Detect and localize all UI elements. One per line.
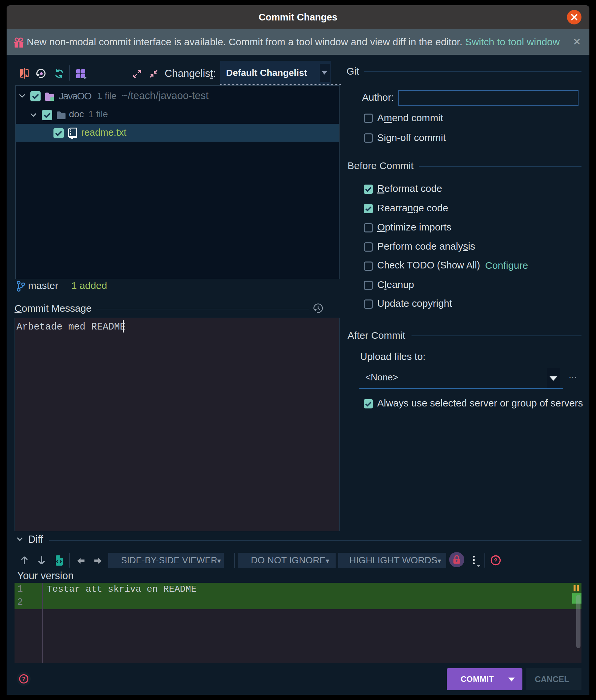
svg-text:?: ? (22, 676, 26, 682)
svg-text:?: ? (494, 557, 497, 564)
